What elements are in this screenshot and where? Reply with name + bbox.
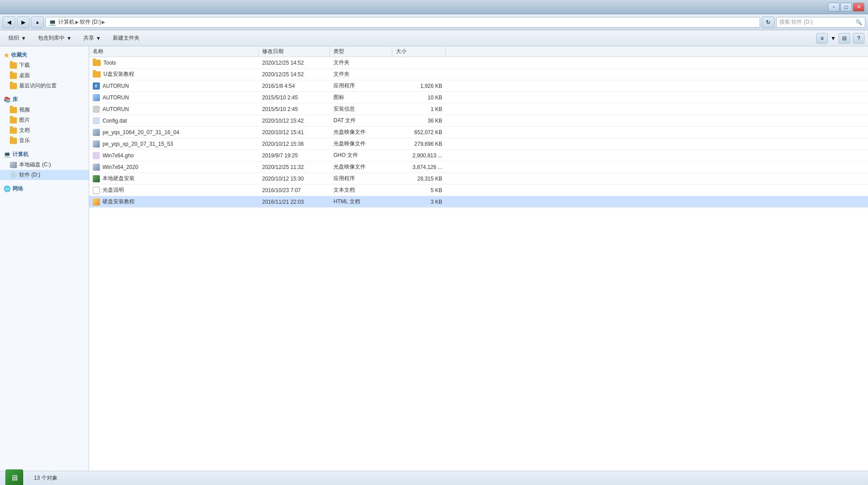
table-row[interactable]: AUTORUN2015/5/10 2:45图标10 KB: [89, 92, 868, 103]
file-name: Win7x64.gho: [103, 152, 134, 159]
sidebar-item-music[interactable]: 音乐: [0, 136, 89, 146]
file-name: 光盘说明: [103, 186, 124, 194]
drive-c-icon: [10, 162, 17, 168]
sidebar-computer-title[interactable]: 💻 计算机: [0, 149, 89, 160]
sidebar-item-pictures[interactable]: 图片: [0, 115, 89, 125]
file-type: GHO 文件: [330, 150, 392, 161]
gho-icon: [93, 152, 100, 159]
downloads-icon: [10, 62, 17, 69]
table-row[interactable]: 硬盘安装教程2016/11/21 22:03HTML 文档3 KB: [89, 196, 868, 208]
file-date: 2019/9/7 19:25: [259, 150, 330, 161]
search-placeholder: 搜索 软件 (D:): [779, 18, 813, 26]
table-row[interactable]: Win7x64.gho2019/9/7 19:25GHO 文件2,900,813…: [89, 150, 868, 161]
file-name: Tools: [103, 60, 116, 66]
include-button[interactable]: 包含到库中 ▼: [33, 32, 77, 45]
file-date: 2020/10/12 15:30: [259, 173, 330, 184]
file-size: 10 KB: [392, 92, 446, 103]
file-type: 文件夹: [330, 57, 392, 68]
table-row[interactable]: Tools2020/12/25 14:52文件夹: [89, 57, 868, 69]
up-button[interactable]: ▲: [31, 16, 44, 28]
file-size: 5 KB: [392, 185, 446, 196]
file-name: Win7x64_2020: [103, 164, 138, 170]
table-row[interactable]: EAUTORUN2016/1/8 4:54应用程序1,926 KB: [89, 80, 868, 92]
sidebar-network-title[interactable]: 🌐 网络: [0, 184, 89, 194]
file-date: 2020/12/25 14:52: [259, 69, 330, 80]
layout-button[interactable]: ⊟: [839, 33, 850, 44]
titlebar: － □ ✕: [0, 0, 868, 14]
inf-icon: [93, 106, 100, 113]
sidebar-item-drive-c[interactable]: 本地磁盘 (C:): [0, 160, 89, 170]
breadcrumb-drive[interactable]: 软件 (D:): [80, 18, 101, 26]
table-row[interactable]: 光盘说明2016/10/23 7:07文本文档5 KB: [89, 185, 868, 196]
col-header-size[interactable]: 大小: [392, 46, 446, 57]
addressbar: ◀ ▶ ▲ 💻 计算机 ▶ 软件 (D:) ▶ ↻ 搜索 软件 (D:) 🔍: [0, 14, 868, 30]
file-type: 光盘映像文件: [330, 161, 392, 173]
refresh-button[interactable]: ↻: [762, 16, 774, 28]
new-folder-button[interactable]: 新建文件夹: [108, 32, 144, 45]
exe-icon: E: [93, 82, 100, 90]
recent-icon: [10, 83, 17, 89]
breadcrumb[interactable]: 💻 计算机 ▶ 软件 (D:) ▶: [45, 17, 760, 28]
breadcrumb-computer[interactable]: 计算机: [58, 18, 74, 26]
file-size: 2,900,813 ...: [392, 150, 446, 161]
table-row[interactable]: pe_yqs_1064_20_07_31_16_042020/10/12 15:…: [89, 127, 868, 138]
search-input[interactable]: 搜索 软件 (D:) 🔍: [776, 17, 865, 28]
col-header-date[interactable]: 修改日期: [259, 46, 330, 57]
file-size: 652,072 KB: [392, 127, 446, 138]
col-header-name[interactable]: 名称: [89, 46, 259, 57]
close-button[interactable]: ✕: [853, 3, 864, 12]
file-date: 2016/11/21 22:03: [259, 196, 330, 207]
col-header-type[interactable]: 类型: [330, 46, 392, 57]
forward-button[interactable]: ▶: [17, 16, 29, 28]
organize-button[interactable]: 组织 ▼: [4, 32, 31, 45]
sidebar-section-network: 🌐 网络: [0, 184, 89, 194]
file-name: pe_yqs_1064_20_07_31_16_04: [103, 129, 179, 136]
main-area: ★ 收藏夹 下载 桌面 最近访问的位置 📚 库: [0, 46, 868, 471]
maximize-button[interactable]: □: [840, 3, 852, 12]
table-row[interactable]: AUTORUN2015/5/10 2:45安装信息1 KB: [89, 103, 868, 115]
share-button[interactable]: 共享 ▼: [78, 32, 106, 45]
sidebar-item-docs[interactable]: 文档: [0, 125, 89, 136]
view-button[interactable]: ≡: [816, 33, 828, 44]
pictures-icon: [10, 117, 17, 123]
sidebar-item-desktop[interactable]: 桌面: [0, 70, 89, 81]
video-label: 视频: [19, 106, 30, 114]
sidebar-section-computer: 💻 计算机 本地磁盘 (C:) 💿 软件 (D:): [0, 149, 89, 180]
table-row[interactable]: U盘安装教程2020/12/25 14:52文件夹: [89, 69, 868, 80]
sidebar-item-drive-d[interactable]: 💿 软件 (D:): [0, 170, 89, 180]
file-size: 279,696 KB: [392, 138, 446, 149]
table-row[interactable]: Config.dat2020/10/12 15:42DAT 文件36 KB: [89, 115, 868, 127]
file-size: 1,926 KB: [392, 80, 446, 91]
sidebar-favorites-title[interactable]: ★ 收藏夹: [0, 50, 89, 60]
organize-dropdown-icon: ▼: [21, 35, 26, 41]
sidebar-section-library: 📚 库 视频 图片 文档 音乐: [0, 95, 89, 146]
iso-icon: [93, 164, 100, 171]
sidebar-library-title[interactable]: 📚 库: [0, 95, 89, 105]
sidebar: ★ 收藏夹 下载 桌面 最近访问的位置 📚 库: [0, 46, 89, 471]
music-label: 音乐: [19, 137, 30, 144]
sidebar-item-downloads[interactable]: 下载: [0, 60, 89, 70]
file-name: U盘安装教程: [103, 70, 134, 78]
recent-label: 最近访问的位置: [19, 82, 57, 90]
folder-icon: [93, 71, 101, 78]
table-row[interactable]: Win7x64_20202020/12/25 11:32光盘映像文件3,874,…: [89, 161, 868, 173]
sidebar-item-recent[interactable]: 最近访问的位置: [0, 81, 89, 91]
status-count: 13 个对象: [34, 474, 58, 482]
sidebar-item-video[interactable]: 视频: [0, 105, 89, 115]
status-logo: 🖥: [5, 469, 23, 485]
docs-label: 文档: [19, 127, 30, 134]
downloads-label: 下载: [19, 62, 30, 69]
table-row[interactable]: pe_yqs_xp_20_07_31_15_532020/10/12 15:36…: [89, 138, 868, 150]
help-button[interactable]: ?: [853, 33, 864, 44]
file-size: 28,315 KB: [392, 173, 446, 184]
network-label: 网络: [12, 185, 23, 193]
minimize-button[interactable]: －: [828, 3, 839, 12]
file-name: AUTORUN: [103, 95, 129, 101]
file-size: [392, 69, 446, 80]
file-name: AUTORUN: [103, 106, 129, 112]
file-type: 文件夹: [330, 69, 392, 80]
back-button[interactable]: ◀: [3, 16, 15, 28]
file-type: 安装信息: [330, 103, 392, 115]
table-row[interactable]: 本地硬盘安装2020/10/12 15:30应用程序28,315 KB: [89, 173, 868, 185]
docs-icon: [10, 127, 17, 134]
